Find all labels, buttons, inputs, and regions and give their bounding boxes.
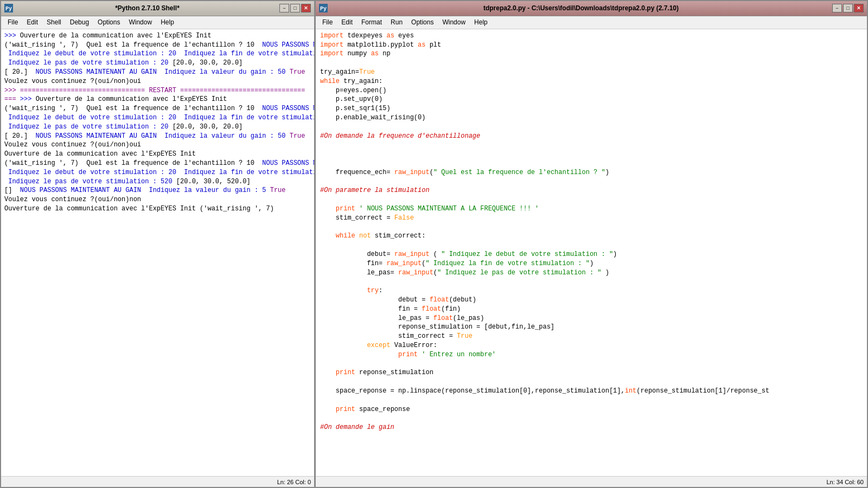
menu-shell[interactable]: Shell [42, 17, 66, 27]
editor-close-button[interactable]: ✕ [854, 4, 864, 12]
python-icon: Py [4, 4, 13, 12]
editor-maximize-button[interactable]: □ [843, 4, 853, 12]
svg-text:Py: Py [320, 6, 327, 12]
editor-menu-edit[interactable]: Edit [337, 17, 357, 27]
editor-menu-run[interactable]: Run [386, 17, 407, 27]
shell-window-controls: − □ ✕ [279, 4, 311, 12]
editor-python-icon: Py [319, 4, 328, 12]
editor-cursor-position: Ln: 34 Col: 60 [827, 479, 864, 485]
editor-menu-options[interactable]: Options [407, 17, 438, 27]
svg-text:Py: Py [5, 6, 12, 12]
editor-menu-bar: File Edit Format Run Options Window Help [316, 16, 867, 29]
editor-status-bar: Ln: 34 Col: 60 [316, 476, 867, 487]
menu-help[interactable]: Help [156, 17, 178, 27]
editor-window-controls: − □ ✕ [832, 4, 864, 12]
code-editor[interactable]: import tdexpeyes as eyes import matplotl… [316, 29, 867, 476]
close-button[interactable]: ✕ [301, 4, 311, 12]
editor-minimize-button[interactable]: − [832, 4, 842, 12]
menu-debug[interactable]: Debug [66, 17, 93, 27]
editor-wrapper: import tdexpeyes as eyes import matplotl… [316, 29, 867, 476]
shell-status-bar: Ln: 26 Col: 0 [1, 476, 314, 487]
shell-title: *Python 2.7.10 Shell* [15, 4, 279, 12]
minimize-button[interactable]: − [279, 4, 289, 12]
editor-title-bar: Py tdprepa2.0.py - C:\Users\fodil\Downlo… [316, 1, 867, 16]
python-shell-window: Py *Python 2.7.10 Shell* − □ ✕ File Edit… [0, 0, 315, 488]
shell-cursor-position: Ln: 26 Col: 0 [277, 479, 311, 485]
maximize-button[interactable]: □ [290, 4, 300, 12]
editor-menu-window[interactable]: Window [438, 17, 470, 27]
menu-options[interactable]: Options [93, 17, 124, 27]
editor-menu-file[interactable]: File [318, 17, 337, 27]
editor-menu-help[interactable]: Help [470, 17, 492, 27]
editor-menu-format[interactable]: Format [357, 17, 386, 27]
shell-menu-bar: File Edit Shell Debug Options Window Hel… [1, 16, 314, 29]
shell-title-bar: Py *Python 2.7.10 Shell* − □ ✕ [1, 1, 314, 16]
editor-title: tdprepa2.0.py - C:\Users\fodil\Downloads… [330, 4, 832, 12]
menu-edit[interactable]: Edit [22, 17, 42, 27]
menu-window[interactable]: Window [124, 17, 156, 27]
shell-output[interactable]: >>> Ouverture de la communication avec l… [1, 29, 314, 476]
menu-file[interactable]: File [3, 17, 22, 27]
editor-window: Py tdprepa2.0.py - C:\Users\fodil\Downlo… [315, 0, 868, 488]
